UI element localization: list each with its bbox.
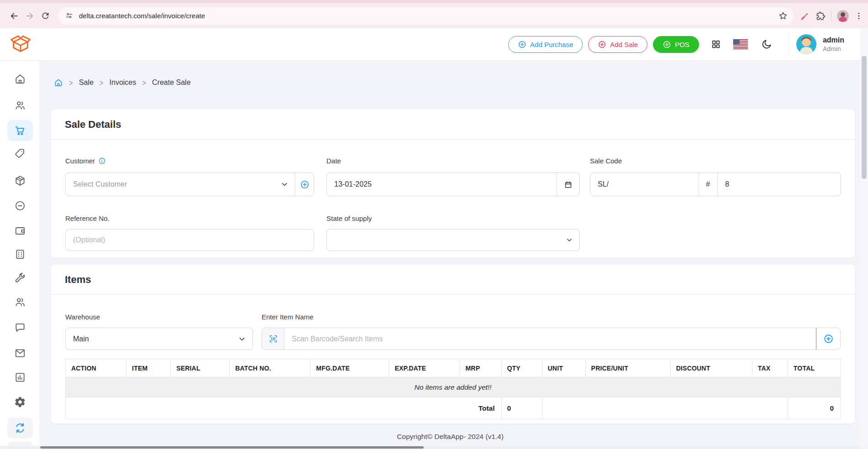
date-field[interactable] xyxy=(326,172,580,196)
wrench-icon xyxy=(14,272,26,284)
col-serial: SERIAL xyxy=(171,359,230,377)
browser-profile-avatar[interactable] xyxy=(837,10,849,22)
item-search-input[interactable] xyxy=(284,328,840,350)
sidebar-item-settings[interactable] xyxy=(7,392,33,412)
sale-details-card: Sale Details Customer Select Customer Da… xyxy=(51,110,855,258)
barcode-scan-icon[interactable] xyxy=(262,328,284,350)
copyright-footer: Copyright© DeltaApp- 2024 (v1.4) xyxy=(40,433,860,441)
bookmark-star-icon[interactable] xyxy=(778,11,788,21)
sale-code-number-input[interactable] xyxy=(718,180,841,188)
customer-select-value: Select Customer xyxy=(66,173,280,196)
language-flag-icon[interactable] xyxy=(733,39,748,49)
col-action: ACTION xyxy=(66,359,126,377)
totals-spacer xyxy=(542,397,788,419)
sync-icon xyxy=(14,422,26,434)
sidebar-item-returns[interactable] xyxy=(7,195,33,216)
apps-grid-icon[interactable] xyxy=(711,39,721,49)
sale-details-title: Sale Details xyxy=(51,110,855,140)
totals-row: Total 0 0 xyxy=(66,397,841,419)
breadcrumb-separator: > xyxy=(69,78,73,87)
dark-mode-moon-icon[interactable] xyxy=(761,39,772,50)
items-card: Items Warehouse Main Enter Item Name xyxy=(51,265,855,423)
empty-message: No items are added yet!! xyxy=(66,377,841,397)
tab-strip xyxy=(0,0,868,3)
plus-circle-icon xyxy=(823,334,834,344)
browser-forward-button[interactable] xyxy=(22,8,37,24)
total-label: Total xyxy=(66,397,502,419)
calendar-button[interactable] xyxy=(556,173,579,196)
sidebar-item-staff[interactable] xyxy=(7,292,33,313)
app-logo[interactable] xyxy=(9,33,32,56)
horizontal-scrollbar-thumb[interactable] xyxy=(40,446,424,449)
info-icon[interactable] xyxy=(98,157,106,165)
user-menu[interactable]: admin Admin xyxy=(789,31,844,57)
add-customer-button[interactable] xyxy=(295,173,314,196)
items-table: ACTION ITEM SERIAL BATCH NO. MFG.DATE EX… xyxy=(65,359,841,419)
sidebar-item-messages[interactable] xyxy=(7,317,33,338)
reference-input[interactable] xyxy=(66,230,314,251)
plus-circle-icon xyxy=(300,180,310,189)
add-purchase-button[interactable]: Add Purchase xyxy=(508,36,583,53)
extensions-puzzle-icon[interactable] xyxy=(815,11,826,21)
pos-button[interactable]: POS xyxy=(653,36,699,53)
reference-field[interactable] xyxy=(65,229,314,251)
total-amount: 0 xyxy=(788,397,840,419)
warehouse-value: Main xyxy=(66,328,237,350)
sidebar-item-customers[interactable] xyxy=(7,95,33,116)
sidebar-item-reports[interactable] xyxy=(7,367,33,388)
calendar-icon xyxy=(564,180,573,189)
browser-reload-button[interactable] xyxy=(37,8,53,24)
browser-back-button[interactable] xyxy=(6,8,22,24)
user-role: Admin xyxy=(823,45,844,53)
horizontal-scrollbar xyxy=(0,446,860,449)
reference-label: Reference No. xyxy=(65,214,110,222)
customer-select[interactable]: Select Customer xyxy=(65,172,314,196)
sale-code-prefix-input[interactable] xyxy=(590,173,698,196)
breadcrumb-sale[interactable]: Sale xyxy=(79,78,94,87)
col-tax: TAX xyxy=(752,359,788,377)
state-of-supply-label: State of supply xyxy=(326,214,372,222)
building-icon xyxy=(14,248,26,260)
col-unit: UNIT xyxy=(542,359,585,377)
sidebar-item-tools[interactable] xyxy=(7,267,33,288)
vertical-scrollbar-thumb[interactable] xyxy=(862,56,867,179)
sidebar-item-home[interactable] xyxy=(7,68,33,89)
add-sale-button[interactable]: Add Sale xyxy=(588,36,647,53)
browser-menu-icon[interactable] xyxy=(854,11,863,21)
table-header-row: ACTION ITEM SERIAL BATCH NO. MFG.DATE EX… xyxy=(66,359,841,377)
breadcrumb-invoices[interactable]: Invoices xyxy=(110,78,137,87)
col-total: TOTAL xyxy=(788,359,840,377)
customer-label: Customer xyxy=(65,157,106,165)
sidebar-item-pricing[interactable] xyxy=(7,143,33,164)
color-picker-extension-icon[interactable] xyxy=(800,11,810,21)
mail-icon xyxy=(14,347,26,359)
toolbar-divider xyxy=(831,11,831,21)
state-of-supply-select[interactable] xyxy=(326,229,580,251)
breadcrumb-separator: > xyxy=(100,78,104,87)
empty-items-row: No items are added yet!! xyxy=(66,377,841,397)
sidebar-item-accounts[interactable] xyxy=(7,244,33,265)
add-item-button[interactable] xyxy=(816,328,841,350)
site-info-icon[interactable] xyxy=(65,11,74,20)
sidebar-item-expenses[interactable] xyxy=(7,220,33,241)
browser-chrome: delta.creatantech.com/sale/invoice/creat… xyxy=(0,0,868,28)
col-item: ITEM xyxy=(126,359,171,377)
app-header: Add Purchase Add Sale POS admin Admin xyxy=(0,28,868,61)
vertical-scrollbar xyxy=(860,28,868,446)
sidebar-item-email[interactable] xyxy=(7,343,33,364)
add-sale-label: Add Sale xyxy=(610,41,638,48)
chevron-down-icon xyxy=(280,173,295,196)
chevron-down-icon xyxy=(565,230,579,251)
sidebar-item-sync[interactable] xyxy=(7,418,33,439)
address-bar[interactable]: delta.creatantech.com/sale/invoice/creat… xyxy=(58,7,794,25)
breadcrumb-home-icon[interactable] xyxy=(54,78,63,87)
warehouse-label: Warehouse xyxy=(65,313,100,321)
user-group-icon xyxy=(14,296,26,308)
col-batch-no: BATCH NO. xyxy=(230,359,310,377)
bar-chart-icon xyxy=(14,371,26,383)
date-input[interactable] xyxy=(327,173,556,196)
url-text[interactable]: delta.creatantech.com/sale/invoice/creat… xyxy=(79,12,778,20)
warehouse-select[interactable]: Main xyxy=(65,328,253,350)
sidebar-item-sales[interactable] xyxy=(7,120,33,141)
sidebar-item-items[interactable] xyxy=(7,170,33,191)
